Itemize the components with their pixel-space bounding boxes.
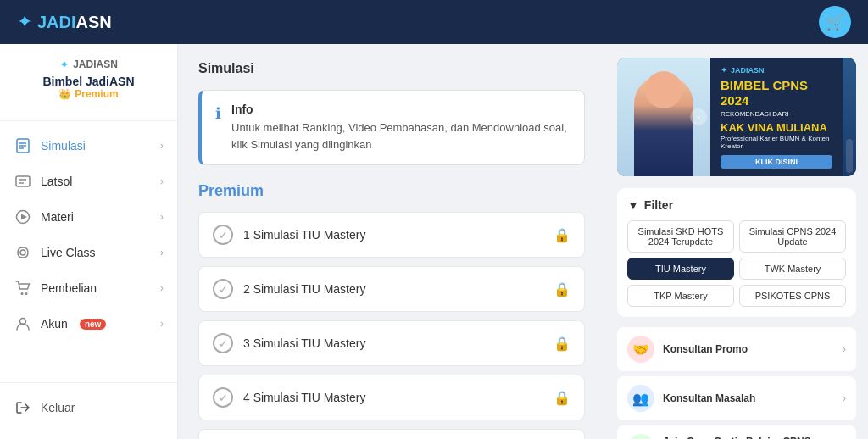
konsultan-promo-label: Konsultan Promo: [663, 343, 834, 355]
filter-btn-psikotes[interactable]: PSIKOTES CPNS: [739, 285, 846, 307]
konsultan-promo-link[interactable]: 🤝 Konsultan Promo ›: [617, 327, 856, 371]
logo-icon: ✦: [17, 11, 32, 33]
sidebar-bottom-divider: [0, 382, 177, 383]
simulasi-check-1: ✓: [213, 225, 233, 245]
sidebar-title: Bimbel JadiASN: [42, 75, 134, 88]
sidebar-brand: ✦ JADIASN Bimbel JadiASN 👑 Premium: [0, 58, 177, 100]
logo-jadi: JADI: [37, 13, 76, 31]
lock-icon-2: 🔒: [554, 281, 570, 297]
konsultan-masalah-arrow: ›: [843, 392, 846, 404]
filter-btn-tiu-mastery[interactable]: TIU Mastery: [627, 258, 734, 280]
sidebar-item-left: Pembelian: [14, 279, 97, 297]
join-grup-label: Join Grup Gratis Belajar CPNS 2024: [663, 436, 834, 439]
banner-image: ‹ ›: [617, 58, 710, 176]
simulasi-item-left: ✓ 1 Simulasi TIU Mastery: [213, 225, 365, 245]
simulasi-item-name-2: 2 Simulasi TIU Mastery: [243, 282, 365, 296]
simulasi-item-2[interactable]: ✓ 2 Simulasi TIU Mastery 🔒: [198, 266, 585, 312]
simulasi-item-5[interactable]: ✓ 5 Simulasi TIU Mastery 🔒: [198, 429, 585, 439]
sidebar-premium: 👑 Premium: [58, 88, 118, 100]
filter-title: ▼ Filter: [627, 198, 846, 212]
simulasi-item-name-3: 3 Simulasi TIU Mastery: [243, 336, 365, 350]
banner-brand: ✦ JADIASN: [721, 65, 832, 75]
filter-icon: ▼: [627, 198, 639, 212]
main-content: Simulasi ℹ Info Untuk melihat Ranking, V…: [178, 44, 605, 439]
latsol-label: Latsol: [41, 175, 72, 188]
live-class-arrow: ›: [160, 247, 164, 258]
banner-next-button[interactable]: ›: [690, 108, 707, 125]
info-title: Info: [231, 103, 570, 116]
simulasi-item-4[interactable]: ✓ 4 Simulasi TIU Mastery 🔒: [198, 375, 585, 420]
sidebar-item-left: Keluar: [14, 398, 75, 417]
akun-icon: [14, 314, 32, 333]
simulasi-item-left: ✓ 4 Simulasi TIU Mastery: [213, 387, 365, 408]
lock-icon-3: 🔒: [554, 336, 570, 352]
lock-icon-1: 🔒: [554, 227, 570, 243]
simulasi-item-left: ✓ 3 Simulasi TIU Mastery: [213, 333, 365, 353]
sidebar-links: 🤝 Konsultan Promo › 👥 Konsultan Masalah …: [617, 327, 856, 439]
cart-button[interactable]: 🛒: [819, 6, 851, 38]
info-content: Info Untuk melihat Ranking, Video Pembah…: [231, 103, 570, 153]
konsultan-masalah-icon: 👥: [627, 385, 654, 412]
simulasi-check-2: ✓: [213, 279, 233, 299]
info-icon: ℹ: [215, 104, 221, 123]
live-class-label: Live Class: [41, 246, 96, 259]
konsultan-masalah-link[interactable]: 👥 Konsultan Masalah ›: [617, 376, 856, 420]
materi-label: Materi: [41, 210, 74, 224]
simulasi-arrow: ›: [160, 140, 164, 152]
banner-brand-icon: ✦: [721, 65, 727, 75]
sidebar-item-live-class[interactable]: Live Class ›: [0, 235, 177, 270]
banner-content: ✦ JADIASN BIMBEL CPNS 2024 REKOMENDASI D…: [710, 58, 843, 176]
sidebar-item-materi[interactable]: Materi ›: [0, 199, 177, 235]
sidebar-item-latsol[interactable]: Latsol ›: [0, 164, 177, 199]
svg-point-10: [21, 292, 24, 295]
info-box: ℹ Info Untuk melihat Ranking, Video Pemb…: [198, 90, 585, 165]
filter-section: ▼ Filter Simulasi SKD HOTS 2024 Terupdat…: [617, 188, 856, 317]
banner-main-title: BIMBEL CPNS 2024: [721, 78, 832, 108]
sidebar-item-left: Simulasi: [14, 136, 86, 155]
banner-person-name: KAK VINA MULIANA: [721, 121, 832, 135]
sidebar-item-pembelian[interactable]: Pembelian ›: [0, 270, 177, 306]
latsol-icon: [14, 172, 32, 191]
live-class-icon: [14, 243, 32, 262]
topnav: ✦ JADIASN 🛒: [0, 0, 868, 44]
konsultan-promo-icon: 🤝: [627, 336, 654, 363]
simulasi-label: Simulasi: [41, 139, 86, 153]
akun-badge: new: [80, 319, 106, 330]
premium-title: Premium: [198, 182, 585, 200]
banner-cta-button[interactable]: KLIK DISINI: [721, 155, 832, 169]
filter-btn-tkp-mastery[interactable]: TKP Mastery: [627, 285, 734, 307]
sidebar-item-left: Latsol: [14, 172, 72, 191]
join-grup-link[interactable]: 📋 Join Grup Gratis Belajar CPNS 2024 ›: [617, 425, 856, 439]
logo-asn: ASN: [76, 13, 112, 31]
sidebar-divider: [0, 120, 177, 121]
brand-icon: ✦: [59, 58, 70, 71]
pembelian-label: Pembelian: [41, 281, 97, 295]
cart-icon: 🛒: [826, 13, 844, 31]
banner[interactable]: ‹ › ✦ JADIASN BIMBEL CPNS 2024 REKOMENDA…: [617, 58, 856, 176]
sidebar: ✦ JADIASN Bimbel JadiASN 👑 Premium Simul…: [0, 44, 178, 439]
crown-icon: 👑: [58, 88, 71, 100]
section-title: Simulasi: [198, 61, 585, 76]
brand-name: JADIASN: [73, 58, 118, 70]
sidebar-item-left: Materi: [14, 208, 74, 226]
simulasi-item-3[interactable]: ✓ 3 Simulasi TIU Mastery 🔒: [198, 320, 585, 366]
sidebar-item-keluar[interactable]: Keluar: [0, 390, 177, 425]
simulasi-item-1[interactable]: ✓ 1 Simulasi TIU Mastery 🔒: [198, 212, 585, 258]
banner-side-deco: [843, 58, 856, 176]
simulasi-check-3: ✓: [213, 333, 233, 353]
akun-arrow: ›: [160, 318, 164, 330]
filter-btn-twk-mastery[interactable]: TWK Mastery: [739, 258, 846, 280]
sidebar-item-akun[interactable]: Akun new ›: [0, 306, 177, 342]
pembelian-icon: [14, 279, 32, 297]
keluar-label: Keluar: [41, 401, 75, 414]
pembelian-arrow: ›: [160, 282, 164, 294]
simulasi-icon: [14, 136, 32, 155]
logo-text: JADIASN: [37, 13, 112, 32]
svg-point-9: [20, 250, 25, 255]
filter-btn-skd-hots[interactable]: Simulasi SKD HOTS 2024 Terupdate: [627, 220, 734, 253]
filter-btn-cpns-2024[interactable]: Simulasi CPNS 2024 Update: [739, 220, 846, 253]
sidebar-item-simulasi[interactable]: Simulasi ›: [0, 128, 177, 164]
right-panel: ‹ › ✦ JADIASN BIMBEL CPNS 2024 REKOMENDA…: [605, 44, 868, 439]
simulasi-item-name-1: 1 Simulasi TIU Mastery: [243, 228, 365, 242]
premium-label: Premium: [75, 88, 118, 100]
